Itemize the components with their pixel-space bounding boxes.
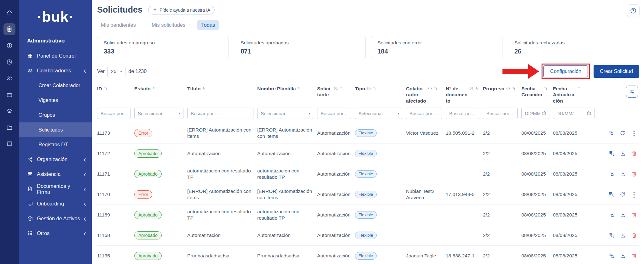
filter-colaborador-input[interactable] [406,108,442,119]
row-action-download-button[interactable] [620,253,626,259]
sidebar-item-asistencia[interactable]: Asistencia‹ [19,167,92,182]
ai-help-label: Pídele ayuda a nuestra IA [160,8,210,13]
sidebar-item-organizacion[interactable]: Organización‹ [19,152,92,167]
rail-item-clock[interactable] [3,56,15,68]
sidebar-item-panel-de-control[interactable]: Panel de Control [19,48,92,63]
table-settings-button[interactable] [626,86,638,98]
rail-item-folder[interactable] [3,121,15,133]
rail-item-team[interactable] [3,72,15,84]
filter-id-input[interactable] [97,108,131,119]
filter-cell-tipo: Seleccionar▾ [355,108,406,119]
rail-item-cap[interactable] [3,105,15,117]
column-header-progreso[interactable]: Progreso [483,86,521,92]
rail-item-coin[interactable] [3,40,15,52]
row-action-trash-button[interactable] [631,253,637,259]
info-tooltip [469,86,473,91]
filter-actualizacion-datepicker[interactable]: DD/MM/ [553,108,595,119]
filter-documento-input[interactable] [446,108,479,119]
row-action-trash-button[interactable] [631,171,637,177]
filter-titulo-input[interactable] [187,108,253,119]
row-action-trash-button[interactable] [631,150,637,157]
sidebar-item-registros-dt[interactable]: Registros DT [19,137,92,152]
row-action-refresh-button[interactable] [619,130,626,136]
filter-cell-documento [446,108,483,119]
filter-solicitante-input[interactable] [317,108,351,119]
sort-control[interactable] [373,86,377,90]
cell-tipo: Flexible [355,129,406,137]
sidebar-item-crear-colaborador[interactable]: Crear Colaborador [19,78,92,93]
sidebar-item-colaboradores[interactable]: Colaboradores‹ [19,63,92,78]
row-action-kebab-button[interactable]: ⋮ [631,130,637,137]
column-header-tipo[interactable]: Tipo [355,86,406,92]
sidebar-item-label: Onboarding [37,201,64,207]
row-action-refresh-button[interactable] [619,191,626,198]
row-action-view-button[interactable] [608,232,615,239]
sort-control[interactable] [577,86,582,90]
sort-control[interactable] [512,86,516,90]
tab-mis-solicitudes[interactable]: Mis solicitudes [148,20,189,30]
sidebar-item-gestion-de-activos[interactable]: Gestión de Activos‹ [19,211,92,226]
row-action-view-button[interactable] [608,253,615,259]
column-header-actualizacion[interactable]: FechaActualiza-ción [553,86,598,104]
grid-icon [27,53,33,59]
sidebar-item-grupos[interactable]: Grupos [19,108,92,122]
filter-progreso-input[interactable] [483,108,518,119]
rail-item-archive[interactable] [3,138,15,150]
sort-control[interactable] [297,86,301,90]
row-action-download-button[interactable] [620,150,626,157]
trash-icon [631,253,637,259]
column-header-colaborador[interactable]: Colabo-radorafectado [406,86,446,104]
row-action-trash-button[interactable] [631,232,637,239]
filter-plantilla-select[interactable]: Seleccionar▾ [257,108,313,119]
rail-item-briefcase[interactable] [3,89,15,101]
rail-item-home[interactable] [3,7,15,19]
sidebar-item-otros[interactable]: Otros‹ [19,226,92,241]
sidebar-item-solicitudes[interactable]: Solicitudes [19,122,92,137]
filter-creacion-datepicker[interactable]: DD/MM/ [521,108,549,119]
row-action-download-button[interactable] [620,232,626,239]
column-header-documento[interactable]: N° dedocumento [446,86,483,104]
column-header-estado[interactable]: Estado [134,86,187,92]
row-action-view-button[interactable] [608,191,614,198]
column-header-solicitante[interactable]: Solici-tante [317,86,355,98]
configuracion-button[interactable]: Configuración [543,65,588,77]
sort-control[interactable] [202,86,206,90]
column-header-titulo[interactable]: Título [187,86,257,92]
row-action-kebab-button[interactable]: ⋮ [631,191,637,198]
sort-control[interactable] [104,86,108,90]
sidebar-item-documentos-y-firma[interactable]: Documentos y Firma‹ [19,182,92,196]
total-count-label: de 1230 [128,69,147,74]
sidebar-item-vigentes[interactable]: Vigentes [19,93,92,108]
page-size-select[interactable]: 25 ▾ [107,66,125,77]
column-header-plantilla[interactable]: Nombre Plantilla [257,86,317,92]
tab-todas[interactable]: Todas [197,20,219,30]
column-header-creacion[interactable]: FechaCreación [521,86,553,98]
filter-estado-select[interactable]: Seleccionar▾ [134,108,183,119]
filter-tipo-select[interactable]: Seleccionar▾ [355,108,402,119]
row-action-view-button[interactable] [608,212,615,218]
stat-card-solicitudes-en-progreso: Solicitudes en progreso333 [97,36,229,59]
tab-mis-pendientes[interactable]: Mis pendientes [97,20,140,30]
sort-control[interactable] [434,86,438,90]
sidebar-item-label: Grupos [38,112,55,118]
sidebar-item-onboarding[interactable]: Onboarding‹ [19,196,92,211]
crear-solicitud-button[interactable]: Crear Solicitud [594,65,639,78]
sort-control[interactable] [544,86,548,90]
row-action-trash-button[interactable] [631,212,637,218]
ai-help-button[interactable]: Pídele ayuda a nuestra IA [148,6,215,14]
row-action-view-button[interactable] [608,130,614,136]
sort-control[interactable] [339,86,344,90]
sort-control[interactable] [475,86,479,90]
row-action-view-button[interactable] [608,171,615,177]
column-header-id[interactable]: ID [97,86,134,92]
help-button[interactable] [627,4,640,17]
row-action-download-button[interactable] [620,171,626,177]
sort-control[interactable] [152,86,156,90]
tipo-badge: Flexible [355,150,377,157]
row-action-view-button[interactable] [608,150,615,157]
row-action-download-button[interactable] [620,212,626,218]
view-icon [608,150,615,157]
row-actions [598,150,639,157]
column-label: Solici-tante [317,86,332,98]
rail-item-clipboard[interactable] [3,23,15,35]
